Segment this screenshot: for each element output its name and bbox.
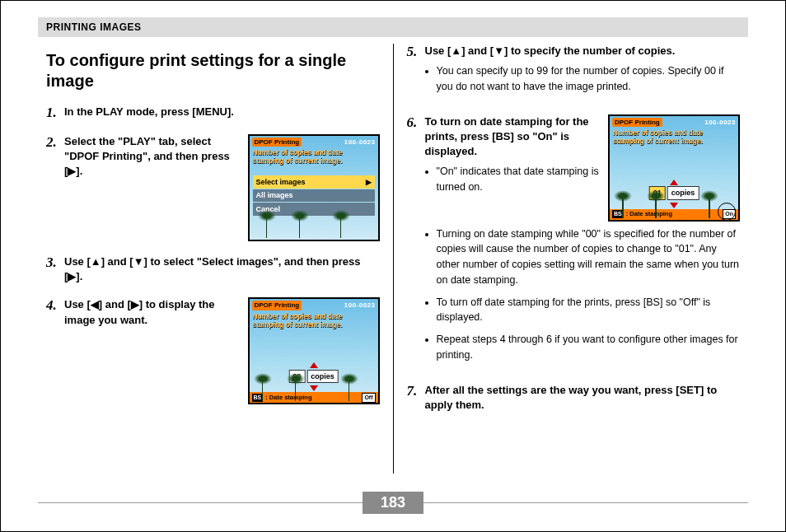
menu-item-all-images: All images bbox=[253, 189, 375, 203]
step-1: 1. In the PLAY mode, press [MENU]. bbox=[46, 105, 380, 121]
step-text: Use [▲] and [▼] to select "Select images… bbox=[64, 254, 380, 284]
dpof-tag: DPOF Printing bbox=[612, 118, 662, 127]
step-number: 3. bbox=[46, 254, 64, 284]
page-footer: 183 bbox=[38, 492, 748, 513]
step-number: 5. bbox=[407, 44, 425, 101]
camera-lcd-menu: DPOF Printing 100-0023 Number of copies … bbox=[248, 134, 380, 241]
menu-item-select-images: Select images ▶ bbox=[253, 175, 375, 189]
step-7: 7. After all the settings are the way yo… bbox=[407, 383, 741, 413]
page-number: 183 bbox=[363, 492, 423, 514]
step-5-bullets: You can specify up to 99 for the number … bbox=[425, 63, 741, 95]
step-4: 4. Use [◀] and [▶] to display the image … bbox=[46, 297, 380, 404]
section-header: PRINTING IMAGES bbox=[38, 17, 748, 37]
step-text: Use [◀] and [▶] to display the image you… bbox=[64, 297, 240, 327]
bullet: Turning on date stamping while "00" is s… bbox=[437, 226, 741, 288]
section-title: To configure print settings for a single… bbox=[46, 50, 380, 91]
lcd-message: Number of copies and date stamping of cu… bbox=[250, 148, 378, 165]
camera-lcd-copies-off: DPOF Printing 100-0023 Number of copies … bbox=[248, 297, 380, 404]
bullet: You can specify up to 99 for the number … bbox=[437, 63, 741, 95]
step-6: 6. To turn on date stamping for the prin… bbox=[407, 114, 741, 370]
content-columns: To configure print settings for a single… bbox=[38, 44, 748, 474]
dpof-tag: DPOF Printing bbox=[252, 301, 302, 310]
step-number: 1. bbox=[46, 105, 64, 121]
up-arrow-icon bbox=[310, 362, 318, 368]
footer-rule bbox=[38, 502, 363, 503]
section-header-text: PRINTING IMAGES bbox=[46, 21, 142, 33]
step-text: Select the "PLAY" tab, select "DPOF Prin… bbox=[64, 134, 240, 180]
step-text: Use [▲] and [▼] to specify the number of… bbox=[425, 44, 741, 58]
camera-lcd-copies-on: DPOF Printing 100-0023 Number of copies … bbox=[608, 114, 740, 222]
image-id: 100-0023 bbox=[344, 138, 376, 147]
left-column: To configure print settings for a single… bbox=[38, 44, 388, 474]
up-arrow-icon bbox=[670, 180, 678, 185]
step-number: 4. bbox=[46, 297, 64, 404]
bullet: "On" indicates that date stamping is tur… bbox=[437, 164, 601, 195]
column-divider bbox=[393, 44, 394, 474]
right-arrow-icon: ▶ bbox=[366, 177, 372, 188]
step-text: To turn on date stamping for the prints,… bbox=[425, 114, 601, 160]
step-6-bullets-a: "On" indicates that date stamping is tur… bbox=[425, 164, 601, 195]
step-2: 2. Select the "PLAY" tab, select "DPOF P… bbox=[46, 134, 380, 241]
step-5: 5. Use [▲] and [▼] to specify the number… bbox=[407, 44, 741, 101]
step-3: 3. Use [▲] and [▼] to select "Select ima… bbox=[46, 254, 380, 284]
dpof-tag: DPOF Printing bbox=[252, 138, 302, 147]
step-6-bullets-b: Turning on date stamping while "00" is s… bbox=[425, 226, 741, 363]
right-column: 5. Use [▲] and [▼] to specify the number… bbox=[399, 44, 749, 474]
bullet: To turn off date stamping for the prints… bbox=[437, 295, 741, 326]
step-number: 7. bbox=[407, 383, 425, 413]
bullet: Repeat steps 4 through 6 if you want to … bbox=[437, 332, 741, 363]
image-id: 100-0023 bbox=[344, 301, 376, 310]
lcd-message: Number of copies and date stamping of cu… bbox=[250, 312, 378, 329]
image-id: 100-0023 bbox=[704, 118, 736, 127]
footer-rule bbox=[423, 502, 748, 503]
lcd-message: Number of copies and date stamping of cu… bbox=[610, 128, 738, 145]
step-number: 2. bbox=[46, 134, 64, 241]
step-text: After all the settings are the way you w… bbox=[425, 383, 741, 413]
step-text: In the PLAY mode, press [MENU]. bbox=[64, 105, 380, 121]
highlight-circle-icon bbox=[718, 203, 736, 221]
step-number: 6. bbox=[407, 114, 425, 370]
